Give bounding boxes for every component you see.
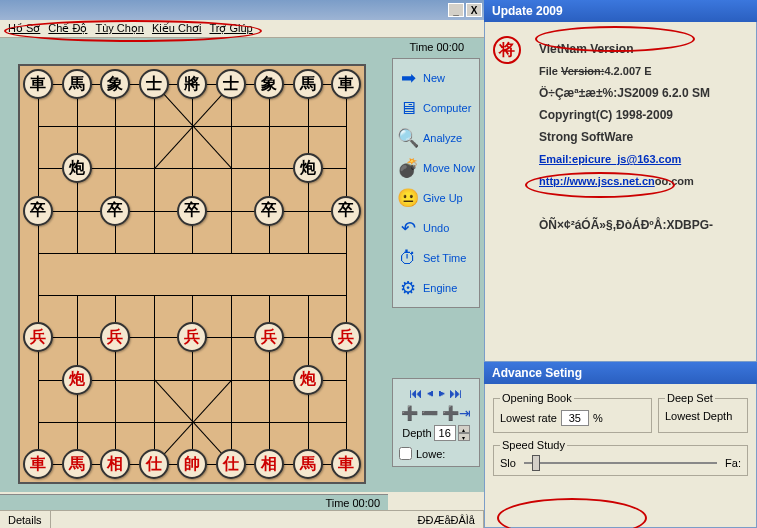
jiang-icon: 将	[493, 36, 521, 64]
menu-style[interactable]: Kiểu Chơi	[152, 22, 201, 35]
piece-象[interactable]: 象	[100, 69, 130, 99]
piece-帥[interactable]: 帥	[177, 449, 207, 479]
speed-slider[interactable]	[524, 462, 717, 464]
piece-馬[interactable]: 馬	[293, 449, 323, 479]
piece-相[interactable]: 相	[100, 449, 130, 479]
minimize-button[interactable]: _	[448, 3, 464, 17]
piece-兵[interactable]: 兵	[177, 322, 207, 352]
engine-icon: ⚙	[397, 277, 419, 299]
piece-象[interactable]: 象	[254, 69, 284, 99]
piece-車[interactable]: 車	[331, 69, 361, 99]
piece-車[interactable]: 車	[23, 69, 53, 99]
piece-仕[interactable]: 仕	[139, 449, 169, 479]
url-link[interactable]: http://www.jscs.net.cn	[539, 175, 655, 187]
piece-炮[interactable]: 炮	[293, 365, 323, 395]
piece-馬[interactable]: 馬	[62, 449, 92, 479]
tool-undo[interactable]: ↶Undo	[397, 213, 475, 243]
status-bar: Details ÐÐÆåÐÂÌå	[0, 510, 484, 528]
game-window: _ X Hồ Sơ Chế Độ Tùy Chọn Kiểu Chơi Trợ …	[0, 0, 484, 528]
piece-將[interactable]: 將	[177, 69, 207, 99]
tool-computer[interactable]: 🖥Computer	[397, 93, 475, 123]
menu-profile[interactable]: Hồ Sơ	[8, 22, 40, 35]
menu-options[interactable]: Tùy Chọn	[95, 22, 144, 35]
copyright: Copyringt(C) 1998-2009	[539, 108, 744, 122]
tool-set-time[interactable]: ⏱Set Time	[397, 243, 475, 273]
company: Strong SoftWare	[539, 130, 744, 144]
depth-up[interactable]: ▴	[458, 425, 470, 433]
opening-legend: Opening Book	[500, 392, 574, 404]
depth-down[interactable]: ▾	[458, 433, 470, 441]
set time-icon: ⏱	[397, 247, 419, 269]
lowe-label: Lowe:	[416, 448, 445, 460]
status-details: Details	[0, 511, 51, 528]
nav-edit[interactable]: ➕ ➖ ➕⇥	[399, 405, 473, 421]
deepset-legend: Deep Set	[665, 392, 715, 404]
update-panel: 将 VietNam Version File Version:4.2.007 E…	[484, 22, 757, 362]
update-title: Update 2009	[484, 0, 757, 22]
tool-new[interactable]: ➡New	[397, 63, 475, 93]
lowest-rate-input[interactable]	[561, 410, 589, 426]
build-line: Ö÷Çæª±æ±%:JS2009 6.2.0 SM	[539, 86, 744, 100]
advance-title: Advance Seting	[484, 362, 757, 384]
analyze-icon: 🔍	[397, 127, 419, 149]
file-version: File Version:4.2.007 E	[539, 64, 744, 78]
move now-icon: 💣	[397, 157, 419, 179]
piece-士[interactable]: 士	[216, 69, 246, 99]
piece-相[interactable]: 相	[254, 449, 284, 479]
speed-study-group: Speed Study Slo Fa:	[493, 439, 748, 476]
url-suffix: oo.com	[655, 175, 694, 187]
piece-士[interactable]: 士	[139, 69, 169, 99]
menu-help[interactable]: Trợ Giúp	[209, 22, 252, 35]
piece-車[interactable]: 車	[23, 449, 53, 479]
piece-卒[interactable]: 卒	[177, 196, 207, 226]
fast-label: Fa:	[725, 457, 741, 469]
time-bottom: Time 00:00	[325, 497, 380, 509]
nav-panel: ⏮ ◀ ▶ ⏭ ➕ ➖ ➕⇥ Depth ▴ ▾ Lowe:	[392, 378, 480, 467]
tool-analyze[interactable]: 🔍Analyze	[397, 123, 475, 153]
lowe-checkbox[interactable]	[399, 447, 412, 460]
lowest-depth-label: Lowest Depth	[665, 410, 732, 422]
email-link[interactable]: Email:epicure_js@163.com	[539, 153, 681, 165]
advance-panel: Opening Book Lowest rate % Deep Set Lowe…	[484, 384, 757, 528]
tool-give-up[interactable]: 😐Give Up	[397, 183, 475, 213]
time-top: Time 00:00	[0, 38, 484, 56]
close-button[interactable]: X	[466, 3, 482, 17]
right-pane: Update 2009 将 VietNam Version File Versi…	[484, 0, 757, 528]
piece-炮[interactable]: 炮	[62, 153, 92, 183]
tool-move-now[interactable]: 💣Move Now	[397, 153, 475, 183]
piece-卒[interactable]: 卒	[331, 196, 361, 226]
piece-車[interactable]: 車	[331, 449, 361, 479]
lowest-rate-label: Lowest rate	[500, 412, 557, 424]
piece-馬[interactable]: 馬	[62, 69, 92, 99]
version-line: VietNam Version	[539, 42, 744, 56]
deepset-group: Deep Set Lowest Depth	[658, 392, 748, 433]
nav-playback[interactable]: ⏮ ◀ ▶ ⏭	[399, 385, 473, 401]
piece-卒[interactable]: 卒	[254, 196, 284, 226]
piece-仕[interactable]: 仕	[216, 449, 246, 479]
slow-label: Slo	[500, 457, 516, 469]
encoding-line: ÒÑ×¢²áÓÃ»§,ÐòÁÐºÅ:XDBPG-	[539, 218, 744, 232]
piece-炮[interactable]: 炮	[62, 365, 92, 395]
piece-兵[interactable]: 兵	[254, 322, 284, 352]
tool-panel: ➡New🖥Computer🔍Analyze💣Move Now😐Give Up↶U…	[392, 58, 480, 308]
time-bottom-bar: Time 00:00	[0, 494, 388, 510]
tool-engine[interactable]: ⚙Engine	[397, 273, 475, 303]
xiangqi-board[interactable]: 車馬象士將士象馬車炮炮卒卒卒卒卒兵兵兵兵兵炮炮車馬相仕帥仕相馬車	[18, 64, 366, 484]
piece-卒[interactable]: 卒	[23, 196, 53, 226]
depth-input[interactable]	[434, 425, 456, 441]
piece-炮[interactable]: 炮	[293, 153, 323, 183]
piece-馬[interactable]: 馬	[293, 69, 323, 99]
piece-兵[interactable]: 兵	[100, 322, 130, 352]
titlebar: _ X	[0, 0, 484, 20]
piece-卒[interactable]: 卒	[100, 196, 130, 226]
opening-book-group: Opening Book Lowest rate %	[493, 392, 652, 433]
menu-mode[interactable]: Chế Độ	[48, 22, 87, 35]
give up-icon: 😐	[397, 187, 419, 209]
percent-label: %	[593, 412, 603, 424]
piece-兵[interactable]: 兵	[23, 322, 53, 352]
menubar: Hồ Sơ Chế Độ Tùy Chọn Kiểu Chơi Trợ Giúp	[0, 20, 484, 38]
depth-label: Depth	[402, 427, 431, 439]
piece-兵[interactable]: 兵	[331, 322, 361, 352]
speed-legend: Speed Study	[500, 439, 567, 451]
status-code: ÐÐÆåÐÂÌå	[410, 511, 484, 528]
